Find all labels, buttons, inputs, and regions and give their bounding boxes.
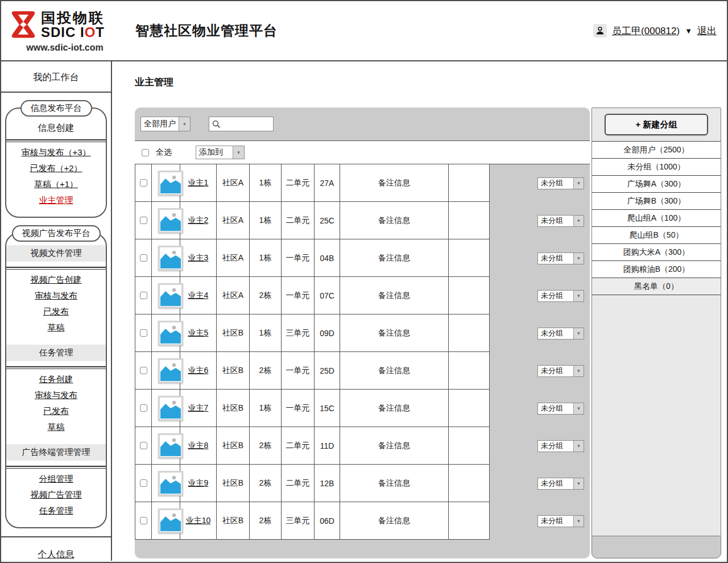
sidebar-item-link[interactable]: 任务创建 <box>39 374 73 385</box>
row-checkbox[interactable] <box>140 442 147 449</box>
owner-name-link[interactable]: 业主6 <box>188 366 209 376</box>
group-list-item[interactable]: 爬山组A（100） <box>592 210 721 227</box>
row-group-zone: 未分组▼ <box>490 239 590 277</box>
group-list-item[interactable]: 团购粮油B（200） <box>592 261 721 278</box>
chevron-down-icon[interactable]: ▼ <box>573 328 584 339</box>
owner-photo-thumbnail[interactable] <box>158 433 183 458</box>
row-checkbox[interactable] <box>140 479 147 487</box>
group-list-item[interactable]: 广场舞A（300） <box>592 176 721 193</box>
owner-name-link[interactable]: 业主1 <box>188 178 209 188</box>
row-checkbox[interactable] <box>140 404 147 412</box>
user-filter-select[interactable]: 全部用户▼ <box>140 117 191 131</box>
chevron-down-icon[interactable]: ▼ <box>233 146 244 159</box>
owner-name-link[interactable]: 业主7 <box>188 403 209 413</box>
group-list-item[interactable]: 全部用户（2500） <box>592 142 721 159</box>
community-cell: 社区B <box>217 352 250 390</box>
row-group-select[interactable]: 未分组▼ <box>537 403 584 415</box>
chevron-down-icon[interactable]: ▼ <box>573 291 584 301</box>
search-input[interactable] <box>222 118 270 130</box>
sidebar-item-link[interactable]: 视频广告创建 <box>31 275 82 285</box>
select-all-label: 全选 <box>156 147 172 158</box>
sidebar-item-workbench[interactable]: 我的工作台 <box>1 61 111 93</box>
owner-name-link[interactable]: 业主5 <box>188 328 209 338</box>
chevron-down-icon[interactable]: ▼ <box>573 403 584 414</box>
sidebar-item-owner-management-active[interactable]: 业主管理 <box>39 195 73 206</box>
owner-name-link[interactable]: 业主10 <box>186 516 211 526</box>
owner-name-link[interactable]: 业主4 <box>188 291 209 301</box>
chevron-down-icon[interactable]: ▼ <box>179 117 190 131</box>
row-group-select[interactable]: 未分组▼ <box>537 215 584 227</box>
sidebar-item-link[interactable]: 草稿（+1） <box>34 179 78 190</box>
chevron-down-icon[interactable]: ▼ <box>573 216 584 226</box>
row-checkbox[interactable] <box>140 517 147 524</box>
row-group-select[interactable]: 未分组▼ <box>537 515 584 527</box>
owner-photo-thumbnail[interactable] <box>158 471 183 496</box>
sidebar-item-link[interactable]: 审核与发布（+3） <box>21 147 90 158</box>
sidebar-item-link[interactable]: 任务管理 <box>39 506 73 516</box>
nav-group-video-platform-title[interactable]: 视频广告发布平台 <box>12 225 101 242</box>
sidebar-item-link[interactable]: 个人信息 <box>38 549 75 561</box>
nav-section-header[interactable]: 广告终端管理管理 <box>6 444 106 461</box>
sidebar-item-link[interactable]: 已发布 <box>43 406 69 417</box>
chevron-down-icon[interactable]: ▼ <box>573 366 584 376</box>
room-cell: 07C <box>315 277 340 314</box>
current-user-link[interactable]: 员工甲(000812) <box>612 24 680 38</box>
row-checkbox[interactable] <box>140 367 147 374</box>
row-group-select[interactable]: 未分组▼ <box>537 252 584 264</box>
row-group-select[interactable]: 未分组▼ <box>537 290 584 302</box>
group-list-item[interactable]: 黑名单（0） <box>592 278 721 295</box>
sidebar-item-link[interactable]: 分组管理 <box>39 474 73 485</box>
owner-photo-thumbnail[interactable] <box>158 246 183 271</box>
select-all-checkbox[interactable] <box>142 149 149 156</box>
sidebar-item-link[interactable]: 草稿 <box>48 322 65 333</box>
chevron-down-icon[interactable]: ▼ <box>573 478 584 489</box>
sidebar-item-link[interactable]: 草稿 <box>48 422 65 433</box>
row-checkbox[interactable] <box>140 217 147 224</box>
owner-photo-thumbnail[interactable] <box>158 396 183 421</box>
group-list-item[interactable]: 团购大米A（300） <box>592 244 721 261</box>
sidebar-item-link[interactable]: 审核与发布 <box>35 291 77 301</box>
group-list-item[interactable]: 未分组（1000） <box>592 159 721 176</box>
chevron-down-icon[interactable]: ▼ <box>573 441 584 452</box>
owner-photo-thumbnail[interactable] <box>158 171 183 196</box>
group-list-item[interactable]: 爬山组B（50） <box>592 227 721 244</box>
row-group-select[interactable]: 未分组▼ <box>537 328 584 340</box>
group-list-item[interactable]: 广场舞B（300） <box>592 193 721 210</box>
chevron-down-icon[interactable]: ▼ <box>573 253 584 264</box>
row-checkbox[interactable] <box>140 254 147 262</box>
nav-section-header[interactable]: 视频文件管理 <box>6 245 106 262</box>
owner-photo-thumbnail[interactable] <box>158 508 183 533</box>
sidebar-item-link[interactable]: 已发布（+2） <box>30 163 82 174</box>
new-group-button[interactable]: + 新建分组 <box>605 114 708 135</box>
sidebar-item-link[interactable]: 已发布 <box>43 307 69 317</box>
sidebar-item-link[interactable]: 视频广告管理 <box>31 490 82 500</box>
row-group-select[interactable]: 未分组▼ <box>537 365 584 377</box>
owner-name-link[interactable]: 业主3 <box>188 253 209 263</box>
add-to-group-select[interactable]: 添加到▼ <box>196 146 245 159</box>
owner-name-link[interactable]: 业主8 <box>188 441 209 451</box>
table-row: 业主6 社区B 2栋 一单元 25D 备注信息 未分组▼ <box>135 352 590 390</box>
owner-photo-thumbnail[interactable] <box>158 283 183 308</box>
owner-photo-thumbnail[interactable] <box>158 358 183 383</box>
row-group-select[interactable]: 未分组▼ <box>537 177 584 189</box>
row-group-select[interactable]: 未分组▼ <box>537 440 584 452</box>
user-menu-chevron-down-icon[interactable]: ▼ <box>685 27 692 35</box>
nav-group-info-platform-title[interactable]: 信息发布平台 <box>20 100 92 117</box>
owner-photo-thumbnail[interactable] <box>158 321 183 346</box>
room-cell: 04B <box>315 239 340 277</box>
sidebar-item-info-create[interactable]: 信息创建 <box>6 122 106 134</box>
owner-photo-thumbnail[interactable] <box>158 208 183 233</box>
row-checkbox[interactable] <box>140 329 147 337</box>
remark-cell: 备注信息 <box>340 277 449 314</box>
row-group-select[interactable]: 未分组▼ <box>537 478 584 490</box>
row-checkbox[interactable] <box>140 292 147 299</box>
owner-name-link[interactable]: 业主9 <box>188 478 209 489</box>
nav-section-header[interactable]: 任务管理 <box>6 345 106 361</box>
chevron-down-icon[interactable]: ▼ <box>573 178 584 189</box>
sidebar-item-link[interactable]: 审核与发布 <box>35 390 77 401</box>
chevron-down-icon[interactable]: ▼ <box>573 516 584 527</box>
owner-name-link[interactable]: 业主2 <box>188 216 209 226</box>
room-cell: 12B <box>315 465 340 502</box>
row-checkbox[interactable] <box>140 179 147 187</box>
logout-link[interactable]: 退出 <box>697 24 717 38</box>
